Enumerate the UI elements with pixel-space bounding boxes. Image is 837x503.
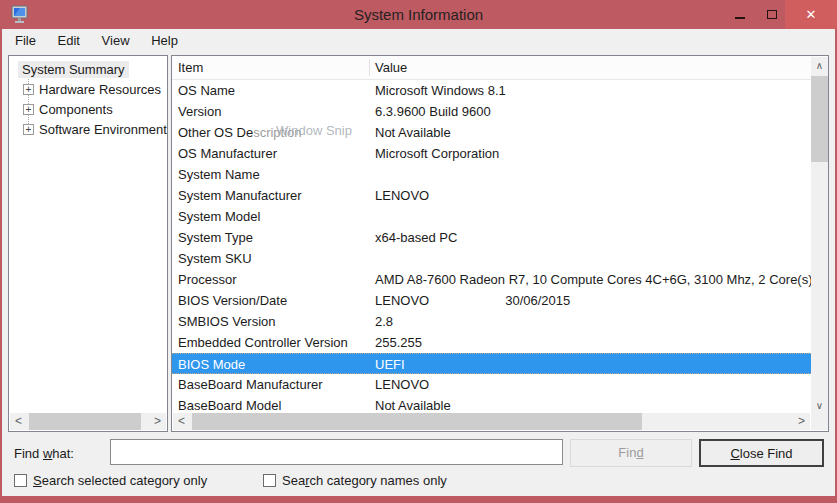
menu-edit[interactable]: Edit bbox=[49, 29, 89, 53]
window-title: System Information bbox=[0, 0, 837, 29]
list-hscroll-thumb[interactable] bbox=[192, 413, 642, 430]
minimize-icon bbox=[735, 17, 745, 19]
menu-view[interactable]: View bbox=[93, 29, 139, 53]
list-rows: OS NameMicrosoft Windows 8.1 Version6.3.… bbox=[172, 80, 828, 416]
column-header-item[interactable]: Item bbox=[178, 56, 203, 80]
menu-help[interactable]: Help bbox=[142, 29, 187, 53]
list-vertical-scrollbar[interactable]: ∧ ∨ bbox=[811, 57, 828, 414]
table-row[interactable]: Other OS DescriptionNot Available bbox=[172, 122, 828, 143]
scroll-left-icon[interactable]: < bbox=[10, 413, 27, 430]
find-what-label: Find what: bbox=[14, 446, 74, 461]
category-tree: System Summary + Hardware Resources + Co… bbox=[8, 55, 168, 432]
column-separator[interactable] bbox=[369, 59, 370, 76]
table-row[interactable]: OS ManufacturerMicrosoft Corporation bbox=[172, 143, 828, 164]
scroll-right-icon[interactable]: > bbox=[149, 413, 166, 430]
system-information-window: { "window": { "title": "System Informati… bbox=[0, 0, 837, 503]
table-row[interactable]: Version6.3.9600 Build 9600 bbox=[172, 101, 828, 122]
scroll-right-icon[interactable]: > bbox=[793, 413, 810, 430]
tree-item-components[interactable]: + Components bbox=[9, 100, 167, 120]
tree-item-hardware-resources[interactable]: + Hardware Resources bbox=[9, 80, 167, 100]
search-selected-category-checkbox[interactable]: Search selected category only bbox=[14, 472, 207, 490]
maximize-button[interactable] bbox=[755, 0, 789, 29]
scrollbar-corner bbox=[811, 413, 828, 430]
table-row[interactable]: BIOS Version/DateLENOVO30/06/2015 bbox=[172, 290, 828, 311]
search-category-names-checkbox[interactable]: Search category names only bbox=[263, 472, 447, 490]
table-row[interactable]: System Model bbox=[172, 206, 828, 227]
table-row[interactable]: OS NameMicrosoft Windows 8.1 bbox=[172, 80, 828, 101]
list-horizontal-scrollbar[interactable]: < > bbox=[173, 413, 810, 430]
expand-plus-icon[interactable]: + bbox=[23, 84, 34, 95]
expand-plus-icon[interactable]: + bbox=[23, 104, 34, 115]
title-bar[interactable]: System Information ✕ bbox=[0, 0, 837, 29]
window-content: File Edit View Help System Summary + Har… bbox=[2, 29, 835, 496]
table-row[interactable]: ProcessorAMD A8-7600 Radeon R7, 10 Compu… bbox=[172, 269, 828, 290]
checkbox-icon[interactable] bbox=[263, 474, 276, 487]
table-row-selected[interactable]: BIOS ModeUEFI bbox=[172, 353, 813, 374]
details-list: Item Value OS NameMicrosoft Windows 8.1 … bbox=[171, 55, 829, 432]
scroll-up-icon[interactable]: ∧ bbox=[811, 57, 828, 74]
table-row[interactable]: System ManufacturerLENOVO bbox=[172, 185, 828, 206]
list-vscroll-thumb[interactable] bbox=[811, 76, 828, 162]
tree-item-system-summary[interactable]: System Summary bbox=[9, 60, 167, 80]
menu-file[interactable]: File bbox=[6, 29, 45, 53]
expand-plus-icon[interactable]: + bbox=[23, 124, 34, 135]
checkbox-icon[interactable] bbox=[14, 474, 27, 487]
column-header-value[interactable]: Value bbox=[375, 56, 407, 80]
table-row[interactable]: Embedded Controller Version255.255 bbox=[172, 332, 828, 353]
table-row[interactable]: SMBIOS Version2.8 bbox=[172, 311, 828, 332]
table-row[interactable]: System SKU bbox=[172, 248, 828, 269]
table-row[interactable]: BaseBoard ManufacturerLENOVO bbox=[172, 374, 828, 395]
scroll-down-icon[interactable]: ∨ bbox=[811, 397, 828, 414]
find-button[interactable]: Find bbox=[570, 439, 692, 467]
close-icon: ✕ bbox=[806, 7, 817, 22]
maximize-icon bbox=[767, 10, 777, 19]
close-button[interactable]: ✕ bbox=[785, 0, 837, 29]
list-header: Item Value bbox=[172, 56, 828, 80]
find-input[interactable] bbox=[110, 439, 563, 465]
tree-hscroll-thumb[interactable] bbox=[29, 413, 141, 430]
scroll-left-icon[interactable]: < bbox=[173, 413, 190, 430]
table-row[interactable]: System Typex64-based PC bbox=[172, 227, 828, 248]
tree-horizontal-scrollbar[interactable]: < > bbox=[10, 413, 166, 430]
menu-bar: File Edit View Help bbox=[2, 29, 835, 53]
bios-date: 30/06/2015 bbox=[505, 293, 570, 308]
close-find-button[interactable]: Close Find bbox=[699, 439, 824, 467]
minimize-button[interactable] bbox=[725, 0, 755, 29]
table-row[interactable]: System Name bbox=[172, 164, 828, 185]
tree-item-software-environment[interactable]: + Software Environment bbox=[9, 120, 167, 140]
